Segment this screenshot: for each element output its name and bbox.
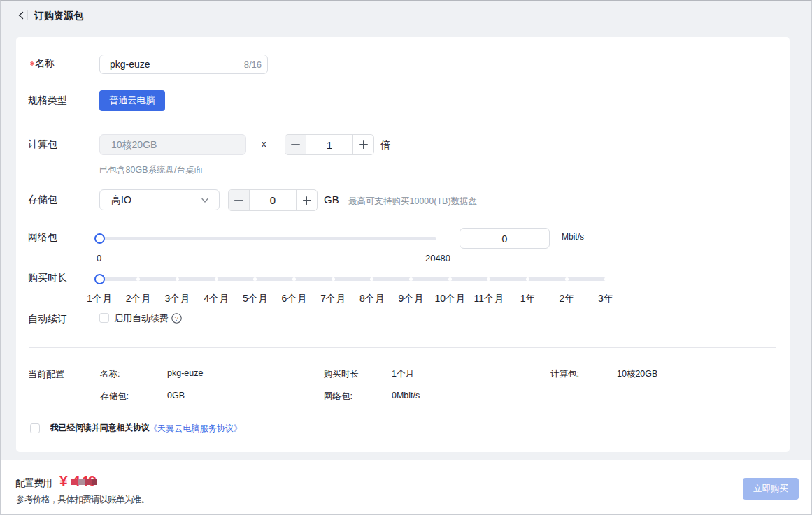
svg-text:?: ? — [175, 314, 178, 322]
